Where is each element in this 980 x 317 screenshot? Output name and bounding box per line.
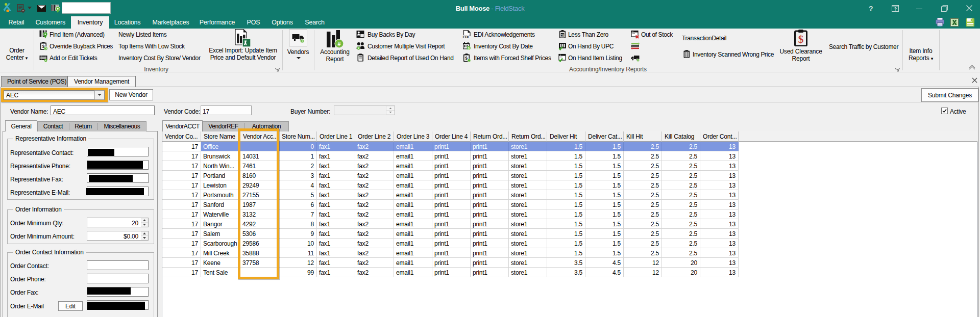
svg-text:$: $ [468,46,470,50]
svg-text:EDI: EDI [463,35,469,39]
svg-text:$: $ [465,56,468,61]
svg-text:#: # [337,41,340,47]
svg-text:$: $ [798,33,804,45]
svg-text:<0: <0 [561,33,564,36]
